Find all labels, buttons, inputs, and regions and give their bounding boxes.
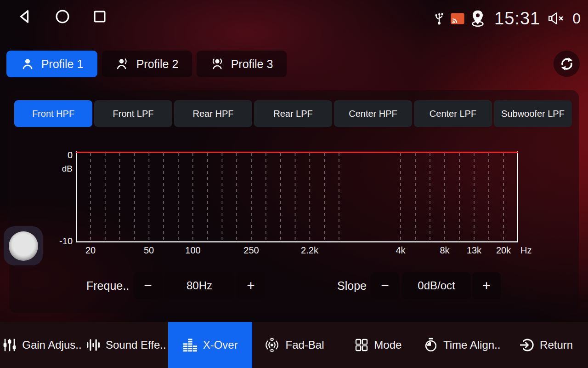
person-waves-icon	[210, 57, 224, 71]
head-unit-screen: 15:31 0 Profile 1 Profile 2	[0, 0, 588, 368]
tab-label: Center LPF	[430, 109, 476, 119]
tab-label: Subwoofer LPF	[501, 109, 565, 119]
tab-rear-lpf[interactable]: Rear LPF	[254, 100, 332, 127]
clock: 15:31	[494, 9, 540, 29]
tab-subwoofer-lpf[interactable]: Subwoofer LPF	[494, 100, 572, 127]
nav-time-align[interactable]: Time Align..	[420, 322, 504, 368]
nav-label: Return	[540, 339, 573, 351]
profile-3-button[interactable]: Profile 3	[197, 51, 287, 77]
usb-icon	[433, 10, 446, 27]
back-icon[interactable]	[17, 8, 33, 25]
waveform-bars-icon	[86, 338, 101, 352]
x-tick-label: 4k	[396, 245, 405, 256]
nav-mode[interactable]: Mode	[336, 322, 420, 368]
frequency-value: 80Hz	[165, 272, 234, 299]
y-tick-0: 0	[54, 150, 73, 161]
tab-label: Front LPF	[113, 109, 154, 119]
x-tick-label: 8k	[440, 245, 449, 256]
knob-icon	[9, 231, 38, 261]
slope-plus-button[interactable]: +	[472, 272, 501, 299]
grid-squares-icon	[354, 338, 369, 352]
profile-label: Profile 1	[41, 58, 84, 71]
speaker-waves-icon	[264, 337, 280, 353]
nav-label: Fad-Bal	[285, 339, 324, 351]
y-axis-label: dB	[51, 164, 73, 174]
nav-fad-bal[interactable]: Fad-Bal	[252, 322, 336, 368]
cast-icon	[450, 12, 465, 25]
nav-label: Gain Adjus..	[22, 339, 81, 351]
nav-label: Mode	[374, 339, 401, 351]
stopwatch-icon	[424, 338, 438, 352]
tab-label: Center HPF	[349, 109, 397, 119]
android-nav-bar	[17, 8, 107, 25]
filter-tab-row: Front HPF Front LPF Rear HPF Rear LPF Ce…	[14, 100, 572, 127]
x-tick-label: 20k	[496, 245, 511, 256]
profile-label: Profile 3	[231, 58, 273, 71]
nav-xover[interactable]: X-Over	[168, 322, 252, 368]
frequency-plus-button[interactable]: +	[237, 272, 265, 299]
x-tick-label: 100	[185, 245, 200, 256]
profile-2-button[interactable]: Profile 2	[102, 51, 192, 77]
nav-label: Sound Effe..	[106, 339, 166, 351]
recents-icon[interactable]	[92, 9, 107, 24]
bottom-nav: Gain Adjus.. Sound Effe.. X-Over	[0, 322, 588, 368]
floating-assist-button[interactable]	[4, 226, 43, 265]
refresh-icon	[559, 56, 575, 72]
mixer-sliders-icon	[2, 338, 17, 352]
tab-center-lpf[interactable]: Center LPF	[414, 100, 492, 127]
tab-front-lpf[interactable]: Front LPF	[94, 100, 172, 127]
slope-value: 0dB/oct	[402, 272, 471, 299]
home-icon[interactable]	[54, 8, 71, 25]
xover-response-chart	[76, 151, 518, 242]
frequency-label: Freque..	[86, 272, 129, 299]
equalizer-bars-icon	[182, 337, 198, 353]
person-wave-icon	[116, 57, 130, 71]
refresh-button[interactable]	[554, 51, 580, 77]
profile-row: Profile 1 Profile 2 Profile 3	[6, 51, 287, 77]
x-axis-ticks: 20501002502.2k4k8k13k20k	[76, 245, 518, 257]
location-icon	[469, 9, 486, 28]
tab-label: Rear LPF	[273, 109, 313, 119]
profile-1-button[interactable]: Profile 1	[6, 51, 97, 77]
x-axis-unit: Hz	[520, 245, 531, 256]
x-tick-label: 20	[85, 245, 96, 256]
slope-label: Slope	[337, 272, 367, 299]
tab-label: Front HPF	[32, 109, 74, 119]
nav-gain-adjust[interactable]: Gain Adjus..	[0, 322, 84, 368]
nav-sound-effect[interactable]: Sound Effe..	[84, 322, 168, 368]
nav-return[interactable]: Return	[504, 322, 588, 368]
x-tick-label: 2.2k	[301, 245, 318, 256]
return-arrow-icon	[519, 337, 535, 353]
person-icon	[21, 57, 34, 71]
nav-label: Time Align..	[443, 339, 501, 351]
volume-level: 0	[572, 10, 581, 27]
x-tick-label: 50	[144, 245, 154, 256]
tab-center-hpf[interactable]: Center HPF	[334, 100, 412, 127]
y-tick-neg10: -10	[50, 236, 73, 247]
profile-label: Profile 2	[136, 58, 179, 71]
nav-label: X-Over	[203, 339, 238, 351]
tab-label: Rear HPF	[193, 109, 234, 119]
status-icons: 15:31 0	[433, 6, 581, 31]
x-tick-label: 13k	[467, 245, 481, 256]
tab-rear-hpf[interactable]: Rear HPF	[174, 100, 252, 127]
tab-front-hpf[interactable]: Front HPF	[14, 100, 92, 127]
volume-muted-icon[interactable]	[548, 11, 568, 26]
x-tick-label: 250	[243, 245, 259, 256]
slope-minus-button[interactable]: −	[371, 272, 399, 299]
frequency-minus-button[interactable]: −	[134, 272, 162, 299]
